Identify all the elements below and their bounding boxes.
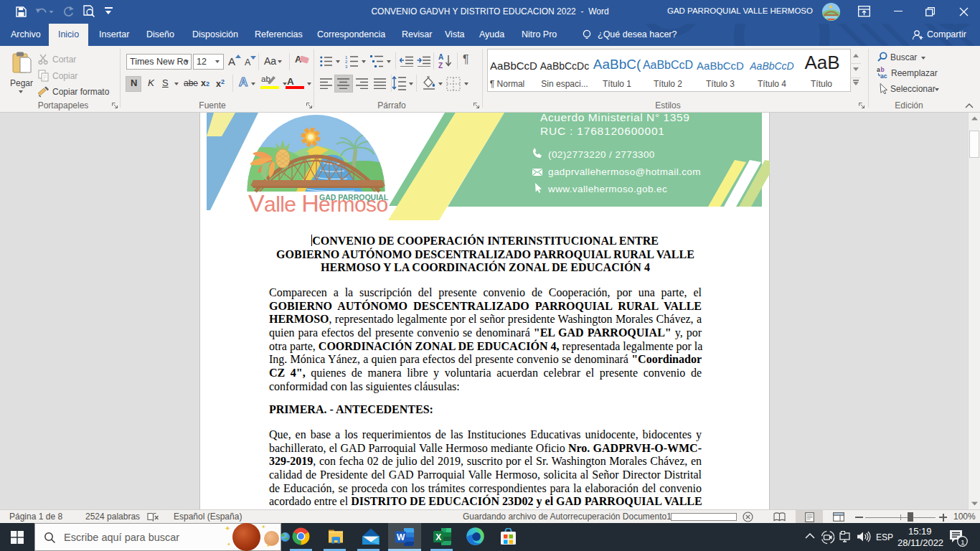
svg-text:gadprvallehermoso@hotmail.com: gadprvallehermoso@hotmail.com: [548, 166, 701, 177]
svg-text:(02)2773220 / 2773300: (02)2773220 / 2773300: [548, 149, 655, 160]
svg-text:2: 2: [345, 60, 348, 64]
svg-text:www.vallehermoso.gob.ec: www.vallehermoso.gob.ec: [547, 184, 667, 194]
svg-text:ac: ac: [880, 72, 887, 79]
svg-text:1: 1: [345, 55, 348, 60]
svg-text:3: 3: [345, 65, 348, 69]
svg-text:X: X: [435, 532, 441, 542]
svg-text:A: A: [438, 53, 443, 61]
svg-text:Z: Z: [438, 62, 443, 69]
svg-text:RUC : 1768120600001: RUC : 1768120600001: [540, 125, 665, 137]
svg-text:GAD PARROQUIAL: GAD PARROQUIAL: [319, 193, 389, 202]
svg-text:1: 1: [961, 538, 964, 546]
svg-text:Acuerdo Ministerial N° 1359: Acuerdo Ministerial N° 1359: [540, 113, 690, 123]
svg-text:W: W: [397, 532, 405, 542]
